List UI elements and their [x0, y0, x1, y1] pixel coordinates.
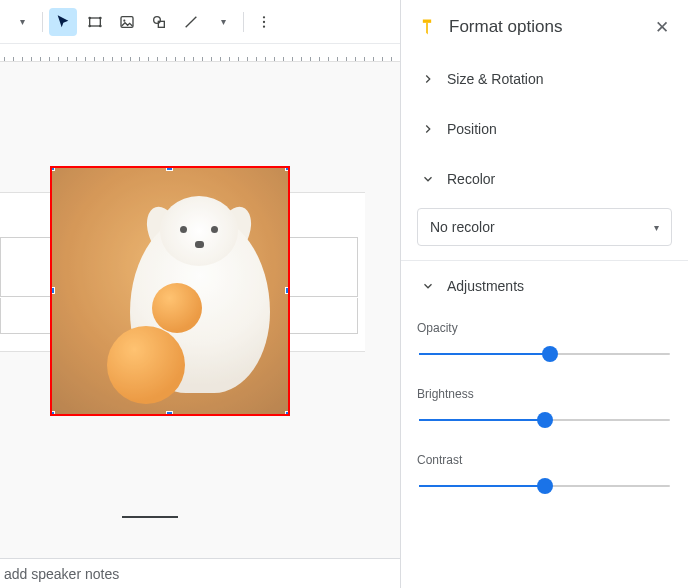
svg-point-6	[123, 19, 125, 21]
opacity-label: Opacity	[401, 311, 688, 341]
line-tool-dropdown[interactable]: ▾	[209, 8, 237, 36]
slide-editor: Click to add title Click to add subtitle	[0, 44, 400, 588]
contrast-slider[interactable]	[419, 475, 670, 497]
speaker-notes[interactable]: add speaker notes	[0, 558, 400, 588]
format-options-panel: Format options ✕ Size & Rotation Positio…	[400, 0, 690, 588]
more-tools[interactable]	[250, 8, 278, 36]
slide-canvas[interactable]: Click to add title Click to add subtitle	[0, 62, 400, 582]
section-position[interactable]: Position	[401, 104, 688, 154]
textbox-tool[interactable]	[81, 8, 109, 36]
chevron-right-icon	[417, 72, 439, 86]
resize-handle-b[interactable]	[166, 411, 173, 416]
section-label: Adjustments	[447, 278, 524, 294]
resize-handle-bl[interactable]	[50, 411, 55, 416]
speaker-notes-placeholder: add speaker notes	[4, 566, 119, 582]
svg-rect-0	[90, 18, 101, 26]
svg-point-10	[263, 16, 265, 18]
panel-title: Format options	[449, 17, 648, 37]
svg-point-1	[88, 16, 91, 19]
chevron-right-icon	[417, 122, 439, 136]
toolbar-more-left[interactable]: ▾	[8, 8, 36, 36]
chevron-down-icon	[417, 172, 439, 186]
resize-handle-tr[interactable]	[285, 166, 290, 171]
svg-line-9	[186, 16, 197, 27]
close-panel-button[interactable]: ✕	[648, 13, 676, 41]
image-content	[52, 168, 288, 414]
panel-header: Format options ✕	[401, 0, 690, 54]
brightness-slider[interactable]	[419, 409, 670, 431]
resize-handle-r[interactable]	[285, 287, 290, 294]
svg-point-3	[88, 24, 91, 27]
panel-body: Size & Rotation Position Recolor No reco…	[401, 54, 690, 588]
opacity-slider[interactable]	[419, 343, 670, 365]
recolor-select[interactable]: No recolor ▾	[417, 208, 672, 246]
section-label: Position	[447, 121, 497, 137]
section-size-rotation[interactable]: Size & Rotation	[401, 54, 688, 104]
section-label: Size & Rotation	[447, 71, 544, 87]
contrast-slider-knob[interactable]	[537, 478, 553, 494]
svg-point-11	[263, 20, 265, 22]
resize-handle-t[interactable]	[166, 166, 173, 171]
resize-handle-tl[interactable]	[50, 166, 55, 171]
svg-point-2	[99, 16, 102, 19]
horizontal-ruler	[0, 44, 400, 62]
resize-handle-l[interactable]	[50, 287, 55, 294]
brightness-slider-knob[interactable]	[537, 412, 553, 428]
svg-point-7	[154, 16, 161, 23]
contrast-label: Contrast	[401, 443, 688, 473]
section-recolor[interactable]: Recolor	[401, 154, 688, 204]
section-adjustments[interactable]: Adjustments	[401, 261, 688, 311]
line-tool[interactable]	[177, 8, 205, 36]
svg-point-4	[99, 24, 102, 27]
shape-tool[interactable]	[145, 8, 173, 36]
recolor-select-value: No recolor	[430, 219, 495, 235]
opacity-slider-knob[interactable]	[542, 346, 558, 362]
chevron-down-icon	[417, 279, 439, 293]
select-tool[interactable]	[49, 8, 77, 36]
resize-handle-br[interactable]	[285, 411, 290, 416]
svg-point-12	[263, 25, 265, 27]
brightness-label: Brightness	[401, 377, 688, 407]
format-options-icon	[415, 15, 439, 39]
dropdown-arrow-icon: ▾	[654, 222, 659, 233]
thumbnail-separator	[122, 516, 178, 518]
image-tool[interactable]	[113, 8, 141, 36]
selected-image[interactable]	[50, 166, 290, 416]
section-label: Recolor	[447, 171, 495, 187]
